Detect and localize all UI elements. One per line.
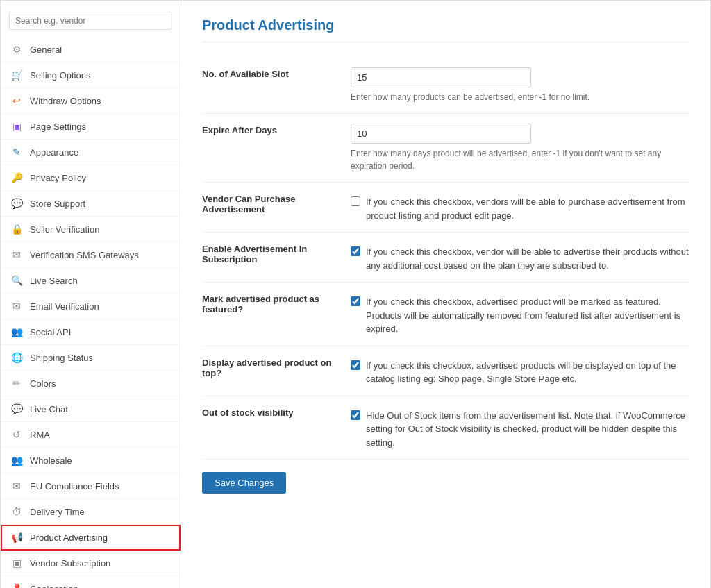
sidebar-item-general[interactable]: ⚙General bbox=[1, 37, 181, 62]
input-available-slot[interactable] bbox=[351, 67, 531, 87]
colors-icon: ✏ bbox=[10, 377, 23, 389]
sidebar-item-appearance[interactable]: ✎Appearance bbox=[1, 140, 181, 165]
live-search-icon: 🔍 bbox=[10, 274, 23, 287]
sidebar-item-live-chat[interactable]: 💬Live Chat bbox=[1, 396, 181, 422]
sidebar-item-verification-sms[interactable]: ✉Verification SMS Gateways bbox=[1, 242, 181, 268]
sidebar-item-label-email-verification: Email Verification bbox=[30, 301, 99, 312]
eu-compliance-icon: ✉ bbox=[10, 480, 23, 492]
selling-options-icon: 🛒 bbox=[10, 69, 23, 81]
sidebar-item-geolocation[interactable]: 📍Geolocation bbox=[1, 576, 181, 588]
sidebar-item-label-social-api: Social API bbox=[30, 327, 71, 337]
vendor-subscription-icon: ▣ bbox=[10, 557, 23, 569]
checkbox-mark-advertised-featured[interactable] bbox=[351, 296, 360, 306]
sidebar-item-label-rma: RMA bbox=[30, 430, 50, 440]
checkbox-label-mark-advertised-featured: If you check this checkbox, advertised p… bbox=[366, 295, 689, 336]
sidebar-item-label-privacy-policy: Privacy Policy bbox=[30, 173, 86, 183]
sidebar-item-shipping-status[interactable]: 🌐Shipping Status bbox=[1, 345, 181, 371]
sidebar-item-label-appearance: Appearance bbox=[30, 147, 78, 158]
form-row-available-slot: No. of Available SlotEnter how many prod… bbox=[202, 58, 689, 114]
sidebar-item-eu-compliance[interactable]: ✉EU Compliance Fields bbox=[1, 473, 181, 499]
field-content-vendor-can-purchase: If you check this checkbox, vendors will… bbox=[348, 183, 689, 233]
field-content-out-of-stock-visibility: Hide Out of Stock items from the adverti… bbox=[348, 396, 689, 460]
checkbox-label-out-of-stock-visibility: Hide Out of Stock items from the adverti… bbox=[366, 409, 689, 450]
sidebar-search-container bbox=[1, 6, 181, 37]
sidebar-item-wholesale[interactable]: 👥Wholesale bbox=[1, 448, 181, 473]
shipping-status-icon: 🌐 bbox=[10, 351, 23, 364]
field-label-enable-advertisement-subscription: Enable Advertisement In Subscription bbox=[202, 233, 348, 283]
field-content-mark-advertised-featured: If you check this checkbox, advertised p… bbox=[348, 283, 689, 346]
form-row-mark-advertised-featured: Mark advertised product as featured?If y… bbox=[202, 283, 689, 346]
sidebar-item-page-settings[interactable]: ▣Page Settings bbox=[1, 114, 181, 140]
sidebar-item-vendor-subscription[interactable]: ▣Vendor Subscription bbox=[1, 551, 181, 576]
checkbox-out-of-stock-visibility[interactable] bbox=[351, 410, 360, 420]
wholesale-icon: 👥 bbox=[10, 454, 23, 467]
product-advertising-icon: 📢 bbox=[10, 531, 23, 544]
field-content-display-advertised-top: If you check this checkbox, advertised p… bbox=[348, 346, 689, 396]
sidebar-item-colors[interactable]: ✏Colors bbox=[1, 371, 181, 396]
checkbox-label-enable-advertisement-subscription: If you check this checkbox, vendor will … bbox=[366, 245, 689, 272]
form-row-enable-advertisement-subscription: Enable Advertisement In SubscriptionIf y… bbox=[202, 233, 689, 283]
form-row-display-advertised-top: Display advertised product on top?If you… bbox=[202, 346, 689, 396]
sidebar-item-label-seller-verification: Seller Verification bbox=[30, 224, 99, 235]
form-row-vendor-can-purchase: Vendor Can Purchase AdvertisementIf you … bbox=[202, 183, 689, 233]
live-chat-icon: 💬 bbox=[10, 403, 23, 415]
sidebar-item-label-verification-sms: Verification SMS Gateways bbox=[30, 250, 139, 260]
field-label-available-slot: No. of Available Slot bbox=[202, 58, 348, 114]
field-label-expire-after-days: Expire After Days bbox=[202, 114, 348, 183]
field-content-enable-advertisement-subscription: If you check this checkbox, vendor will … bbox=[348, 233, 689, 283]
checkbox-label-vendor-can-purchase: If you check this checkbox, vendors will… bbox=[366, 195, 689, 222]
field-label-mark-advertised-featured: Mark advertised product as featured? bbox=[202, 283, 348, 346]
page-title: Product Advertising bbox=[202, 17, 689, 42]
appearance-icon: ✎ bbox=[10, 146, 23, 158]
sidebar-item-seller-verification[interactable]: 🔒Seller Verification bbox=[1, 217, 181, 242]
field-label-out-of-stock-visibility: Out of stock visibility bbox=[202, 396, 348, 460]
save-changes-button[interactable]: Save Changes bbox=[202, 472, 286, 494]
social-api-icon: 👥 bbox=[10, 326, 23, 338]
field-label-display-advertised-top: Display advertised product on top? bbox=[202, 346, 348, 396]
sidebar-item-label-live-search: Live Search bbox=[30, 276, 78, 286]
field-content-available-slot: Enter how many products can be advertise… bbox=[348, 58, 689, 114]
checkbox-label-display-advertised-top: If you check this checkbox, advertised p… bbox=[366, 359, 689, 386]
sidebar-item-label-geolocation: Geolocation bbox=[30, 584, 78, 589]
checkbox-display-advertised-top[interactable] bbox=[351, 360, 360, 370]
sidebar-item-label-store-support: Store Support bbox=[30, 199, 85, 209]
sidebar-item-label-vendor-subscription: Vendor Subscription bbox=[30, 558, 110, 569]
sidebar-item-label-eu-compliance: EU Compliance Fields bbox=[30, 481, 119, 492]
input-expire-after-days[interactable] bbox=[351, 124, 531, 144]
sidebar-item-live-search[interactable]: 🔍Live Search bbox=[1, 268, 181, 294]
checkbox-vendor-can-purchase[interactable] bbox=[351, 196, 360, 206]
main-content: Product Advertising No. of Available Slo… bbox=[181, 1, 710, 588]
sidebar-item-label-general: General bbox=[30, 44, 62, 55]
sidebar-item-social-api[interactable]: 👥Social API bbox=[1, 319, 181, 345]
settings-form-table: No. of Available SlotEnter how many prod… bbox=[202, 58, 689, 460]
sidebar-item-label-colors: Colors bbox=[30, 378, 56, 389]
sidebar-item-rma[interactable]: ↺RMA bbox=[1, 422, 181, 448]
email-verification-icon: ✉ bbox=[10, 300, 23, 312]
checkbox-enable-advertisement-subscription[interactable] bbox=[351, 246, 360, 256]
withdraw-options-icon: ↩ bbox=[10, 94, 23, 107]
sidebar-item-store-support[interactable]: 💬Store Support bbox=[1, 191, 181, 217]
form-row-expire-after-days: Expire After DaysEnter how many days pro… bbox=[202, 114, 689, 183]
sidebar-item-email-verification[interactable]: ✉Email Verification bbox=[1, 294, 181, 319]
sidebar-item-label-selling-options: Selling Options bbox=[30, 70, 90, 81]
verification-sms-icon: ✉ bbox=[10, 249, 23, 261]
field-label-vendor-can-purchase: Vendor Can Purchase Advertisement bbox=[202, 183, 348, 233]
sidebar-item-delivery-time[interactable]: ⏱Delivery Time bbox=[1, 499, 181, 525]
general-icon: ⚙ bbox=[10, 43, 23, 56]
hint-expire-after-days: Enter how many days product will be adve… bbox=[351, 147, 689, 172]
sidebar-item-privacy-policy[interactable]: 🔑Privacy Policy bbox=[1, 165, 181, 191]
delivery-time-icon: ⏱ bbox=[10, 505, 23, 518]
sidebar-search-input[interactable] bbox=[9, 12, 172, 30]
sidebar-item-label-withdraw-options: Withdraw Options bbox=[30, 96, 101, 106]
sidebar-item-label-live-chat: Live Chat bbox=[30, 404, 68, 414]
page-settings-icon: ▣ bbox=[10, 120, 23, 133]
sidebar-item-withdraw-options[interactable]: ↩Withdraw Options bbox=[1, 88, 181, 114]
sidebar-item-product-advertising[interactable]: 📢Product Advertising bbox=[1, 525, 181, 551]
sidebar: ⚙General🛒Selling Options↩Withdraw Option… bbox=[1, 1, 181, 588]
hint-available-slot: Enter how many products can be advertise… bbox=[351, 91, 689, 103]
sidebar-item-selling-options[interactable]: 🛒Selling Options bbox=[1, 62, 181, 88]
field-content-expire-after-days: Enter how many days product will be adve… bbox=[348, 114, 689, 183]
privacy-policy-icon: 🔑 bbox=[10, 171, 23, 184]
rma-icon: ↺ bbox=[10, 428, 23, 441]
sidebar-item-label-delivery-time: Delivery Time bbox=[30, 507, 85, 517]
